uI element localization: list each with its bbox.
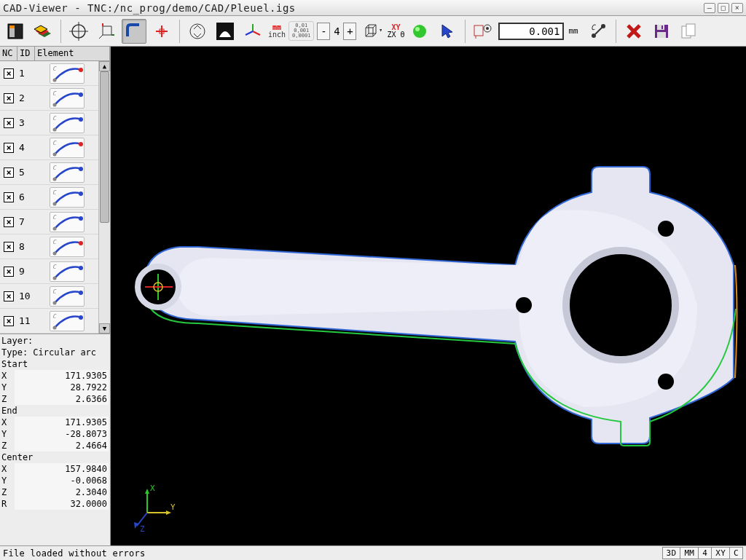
view-cube-button[interactable]: ▾	[359, 19, 384, 44]
scroll-thumb[interactable]	[100, 71, 109, 223]
status-badge-config[interactable]: C	[729, 547, 743, 559]
element-id: 3	[17, 117, 35, 128]
readout-value[interactable]: 0.001	[498, 23, 564, 40]
element-row[interactable]: ×7C	[0, 210, 98, 234]
element-row[interactable]: ×6C	[0, 185, 98, 210]
scroll-down-button[interactable]: ▼	[99, 323, 110, 334]
svg-point-58	[79, 142, 83, 146]
svg-text:C: C	[52, 90, 57, 97]
status-badge-mm[interactable]: MM	[680, 547, 698, 559]
plane-toggle[interactable]: XY ZX Θ	[387, 24, 404, 39]
center-x-label: X	[1, 463, 15, 475]
element-row[interactable]: ×9C	[0, 259, 98, 284]
main-toolbar: mm inch 0,01 0,001 0,0001 - 4 + ▾ XY ZX …	[0, 16, 746, 47]
svg-marker-30	[442, 25, 452, 38]
mode-shade-button[interactable]	[31, 19, 55, 44]
element-checkbox[interactable]: ×	[4, 68, 14, 79]
mode-layers-button[interactable]	[3, 19, 28, 44]
copy-button[interactable]	[677, 19, 702, 44]
center-z-label: Z	[1, 486, 15, 498]
svg-point-63	[52, 202, 56, 205]
col-id[interactable]: ID	[17, 47, 35, 60]
element-checkbox[interactable]: ×	[4, 143, 14, 153]
element-list[interactable]: ×1C×2C×3C×4C×5C×6C×7C×8C×9C×10C×11C	[0, 61, 98, 334]
step-minus-button[interactable]: -	[317, 23, 330, 40]
minimize-button[interactable]: —	[704, 3, 715, 13]
scroll-up-button[interactable]: ▲	[99, 61, 110, 71]
element-id: 4	[17, 142, 35, 153]
svg-line-20	[246, 31, 253, 35]
svg-point-76	[79, 291, 83, 295]
units-toggle[interactable]: mm inch	[268, 24, 286, 39]
svg-point-38	[601, 24, 605, 28]
zoom-fit-button[interactable]	[185, 19, 210, 44]
cad-viewport[interactable]: X Y Z	[111, 47, 746, 545]
save-button[interactable]	[649, 19, 674, 44]
end-z: 2.4664	[15, 440, 109, 451]
element-checkbox[interactable]: ×	[4, 93, 14, 103]
element-checkbox[interactable]: ×	[4, 242, 14, 252]
axes-rgb-icon	[243, 22, 262, 41]
probe-settings-button[interactable]	[471, 19, 495, 44]
point-pick-button[interactable]	[149, 19, 174, 44]
svg-rect-46	[686, 24, 695, 36]
col-element[interactable]: Element	[35, 47, 110, 60]
status-badge-plane[interactable]: XY	[711, 547, 729, 559]
tool-button[interactable]: C	[586, 19, 610, 44]
element-row[interactable]: ×11C	[0, 309, 98, 334]
axis-z-label: Z	[140, 524, 145, 534]
element-id: 1	[17, 68, 35, 79]
svg-text:C: C	[591, 23, 596, 31]
arc-thumb-icon: C	[50, 286, 85, 307]
element-checkbox[interactable]: ×	[4, 118, 14, 128]
svg-point-78	[52, 326, 56, 329]
svg-line-26	[366, 33, 369, 36]
select-arrow-button[interactable]	[435, 19, 460, 44]
element-row[interactable]: ×4C	[0, 135, 98, 160]
svg-marker-9	[103, 26, 111, 35]
contour-pick-button[interactable]	[122, 19, 146, 44]
element-row[interactable]: ×3C	[0, 111, 98, 135]
stacked-planes-icon	[34, 23, 52, 40]
step-plus-button[interactable]: +	[343, 23, 356, 40]
element-checkbox[interactable]: ×	[4, 316, 14, 326]
element-scrollbar[interactable]: ▲ ▼	[98, 61, 110, 334]
element-row[interactable]: ×2C	[0, 86, 98, 111]
element-id: 8	[17, 241, 35, 252]
svg-text:C: C	[52, 165, 57, 171]
element-checkbox[interactable]: ×	[4, 291, 14, 301]
delete-button[interactable]	[621, 19, 646, 44]
element-checkbox[interactable]: ×	[4, 167, 14, 178]
axes-toggle-button[interactable]	[240, 19, 265, 44]
col-nc[interactable]: NC	[0, 47, 17, 60]
svg-line-19	[253, 31, 260, 35]
status-badge-3d[interactable]: 3D	[662, 547, 680, 559]
element-row[interactable]: ×1C	[0, 61, 98, 86]
element-checkbox[interactable]: ×	[4, 217, 14, 227]
svg-point-55	[79, 117, 83, 122]
maximize-button[interactable]: □	[718, 3, 729, 13]
element-id: 5	[17, 167, 35, 178]
svg-point-64	[79, 192, 83, 196]
cube-axes-icon	[97, 22, 116, 41]
decimals-toggle[interactable]: 0,01 0,001 0,0001	[288, 21, 314, 41]
svg-text:C: C	[52, 66, 57, 72]
origin-button[interactable]	[66, 19, 91, 44]
element-row[interactable]: ×8C	[0, 234, 98, 259]
status-badge-decimals[interactable]: 4	[698, 547, 711, 559]
close-button[interactable]: ×	[731, 3, 743, 13]
element-checkbox[interactable]: ×	[4, 192, 14, 202]
axis-y-label: Y	[170, 502, 176, 512]
svg-point-79	[79, 315, 83, 320]
zoom-fit-icon	[188, 22, 207, 41]
svg-point-54	[52, 127, 56, 131]
plane-button[interactable]	[94, 19, 119, 44]
svg-point-60	[52, 177, 56, 181]
svg-point-16	[190, 24, 205, 39]
element-row[interactable]: ×10C	[0, 284, 98, 309]
invert-button[interactable]	[213, 19, 237, 44]
element-checkbox[interactable]: ×	[4, 267, 14, 277]
svg-text:C: C	[52, 239, 57, 245]
element-row[interactable]: ×5C	[0, 160, 98, 185]
title-bar: CAD-Viewer - TNC:/nc_prog/demo/CAD/Pleue…	[0, 0, 746, 16]
